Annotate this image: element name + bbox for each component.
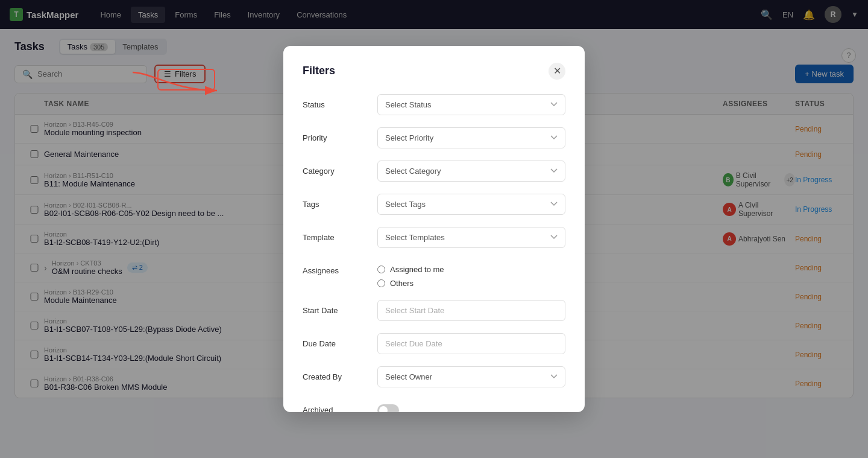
filter-row-status: Status Select Status [303, 94, 565, 115]
tags-select[interactable]: Select Tags [377, 194, 565, 215]
filter-label-status: Status [303, 94, 363, 109]
owner-select[interactable]: Select Owner [377, 366, 565, 387]
filter-control-created-by: Select Owner [377, 366, 565, 387]
radio-assigned-to-me-input[interactable] [377, 266, 385, 273]
filter-label-created-by: Created By [303, 366, 363, 381]
status-select[interactable]: Select Status [377, 94, 565, 115]
filter-label-tags: Tags [303, 194, 363, 209]
filter-row-due-date: Due Date [303, 333, 565, 354]
filter-control-priority: Select Priority [377, 127, 565, 148]
filter-row-start-date: Start Date [303, 300, 565, 321]
filter-label-assignees: Assignees [303, 260, 363, 275]
template-select[interactable]: Select Templates [377, 227, 565, 248]
filter-label-priority: Priority [303, 127, 363, 142]
filter-row-created-by: Created By Select Owner [303, 366, 565, 387]
filter-label-archived: Archived [303, 399, 363, 408]
filter-highlight-box [157, 69, 215, 91]
category-select[interactable]: Select Category [377, 161, 565, 182]
filter-label-template: Template [303, 227, 363, 242]
filter-label-due-date: Due Date [303, 333, 363, 348]
filter-row-archived: Archived [303, 399, 565, 408]
filter-control-archived [377, 399, 565, 408]
due-date-input[interactable] [377, 333, 565, 354]
radio-others[interactable]: Others [377, 279, 565, 288]
filter-row-priority: Priority Select Priority [303, 127, 565, 148]
filter-control-status: Select Status [377, 94, 565, 115]
filter-control-due-date [377, 333, 565, 354]
priority-select[interactable]: Select Priority [377, 127, 565, 148]
filter-control-template: Select Templates [377, 227, 565, 248]
filter-control-start-date [377, 300, 565, 321]
radio-others-input[interactable] [377, 279, 385, 287]
modal-header: Filters ✕ [303, 63, 565, 80]
filter-overlay: Filters ✕ Status Select Status Priority … [0, 0, 868, 408]
start-date-input[interactable] [377, 300, 565, 321]
filter-control-category: Select Category [377, 161, 565, 182]
filter-label-category: Category [303, 161, 363, 176]
radio-assigned-to-me[interactable]: Assigned to me [377, 265, 565, 274]
filter-row-category: Category Select Category [303, 161, 565, 182]
filter-label-start-date: Start Date [303, 300, 363, 315]
filters-modal: Filters ✕ Status Select Status Priority … [283, 46, 585, 408]
filter-control-tags: Select Tags [377, 194, 565, 215]
filter-control-assignees: Assigned to me Others [377, 260, 565, 288]
radio-label-others: Others [390, 279, 414, 288]
filter-row-assignees: Assignees Assigned to me Others [303, 260, 565, 288]
arrow-annotation [127, 60, 247, 109]
filter-row-template: Template Select Templates [303, 227, 565, 248]
archived-toggle[interactable] [377, 404, 399, 408]
filter-row-tags: Tags Select Tags [303, 194, 565, 215]
modal-close-button[interactable]: ✕ [549, 63, 565, 80]
radio-label-assigned-to-me: Assigned to me [390, 265, 444, 274]
modal-title: Filters [303, 65, 335, 77]
